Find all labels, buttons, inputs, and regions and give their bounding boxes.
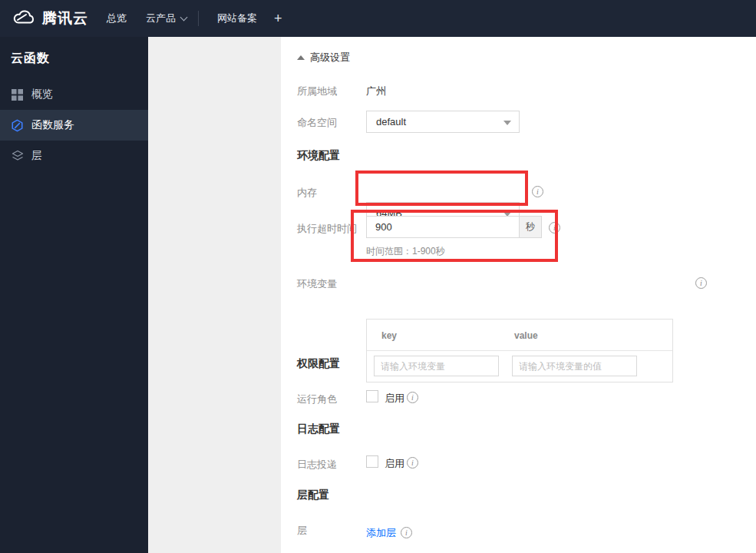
sidebar-item-label: 概览 — [31, 88, 53, 101]
permission-config-heading: 权限配置 — [297, 357, 340, 371]
caret-down-icon — [503, 121, 511, 125]
layer-label: 层 — [297, 524, 307, 538]
env-vars-table: key value — [366, 319, 673, 382]
run-role-label: 运行角色 — [297, 392, 337, 406]
memory-info-icon[interactable] — [532, 186, 543, 197]
nav-divider — [198, 11, 199, 26]
timeout-input[interactable] — [366, 216, 520, 238]
log-delivery-label: 日志投递 — [297, 458, 337, 472]
nav-overview[interactable]: 总览 — [107, 0, 127, 37]
secondary-panel — [148, 37, 281, 553]
sidebar-item-overview[interactable]: 概览 — [0, 79, 148, 110]
add-layer-link[interactable]: 添加层 — [366, 526, 396, 540]
sidebar-item-function-service[interactable]: 函数服务 — [0, 110, 148, 141]
log-delivery-enable-label: 启用 — [385, 457, 404, 471]
sidebar: 云函数 概览 函数服务 — [0, 37, 148, 553]
table-header-divider — [367, 350, 672, 351]
collapse-triangle-icon — [297, 55, 305, 60]
annotation-memory-highlight — [355, 171, 528, 206]
sidebar-item-layers[interactable]: 层 — [0, 141, 148, 171]
env-vars-label: 环境变量 — [297, 277, 337, 291]
namespace-select[interactable]: default — [366, 111, 520, 133]
advanced-settings-toggle[interactable]: 高级设置 — [297, 51, 350, 65]
namespace-label: 命名空间 — [297, 116, 337, 130]
env-vars-value-header: value — [514, 330, 538, 341]
timeout-info-icon[interactable] — [549, 222, 560, 233]
cloud-logo-icon — [12, 8, 36, 29]
env-vars-info-icon[interactable] — [695, 277, 707, 289]
run-role-info-icon[interactable] — [407, 392, 418, 403]
nav-cloud-products[interactable]: 云产品 — [146, 0, 187, 37]
nav-icp-filing[interactable]: 网站备案 — [217, 0, 257, 37]
nav-cloud-products-label: 云产品 — [146, 0, 176, 37]
sidebar-item-label: 层 — [31, 149, 42, 163]
memory-label: 内存 — [297, 186, 317, 200]
add-tab-button[interactable]: + — [274, 0, 282, 37]
sidebar-menu: 概览 函数服务 层 — [0, 79, 148, 171]
function-hexagon-icon — [11, 119, 24, 132]
layer-config-heading: 层配置 — [297, 488, 329, 502]
env-var-value-input[interactable] — [512, 356, 637, 376]
tencent-cloud-logo[interactable]: 腾讯云 — [12, 0, 88, 37]
log-delivery-info-icon[interactable] — [407, 457, 418, 469]
timeout-unit: 秒 — [519, 216, 542, 238]
env-vars-key-header: key — [381, 330, 397, 341]
grid-icon — [11, 88, 24, 101]
sidebar-title: 云函数 — [11, 51, 50, 67]
main-content: 高级设置 所属地域 广州 命名空间 default 环境配置 内存 64MB 执… — [281, 37, 756, 553]
log-config-heading: 日志配置 — [297, 422, 340, 436]
topbar: 腾讯云 总览 云产品 网站备案 + — [0, 0, 756, 37]
region-label: 所属地域 — [297, 84, 337, 98]
timeout-label: 执行超时时间 — [297, 222, 357, 236]
env-var-key-input[interactable] — [374, 356, 499, 376]
advanced-settings-label: 高级设置 — [310, 51, 350, 65]
timeout-input-group: 秒 — [366, 216, 542, 238]
namespace-selected-value: default — [376, 116, 406, 127]
brand-name: 腾讯云 — [42, 8, 88, 28]
run-role-enable-label: 启用 — [385, 392, 404, 406]
env-config-heading: 环境配置 — [297, 149, 340, 163]
log-delivery-enable-checkbox[interactable] — [366, 455, 378, 468]
sidebar-item-label: 函数服务 — [31, 118, 74, 132]
layers-icon — [11, 150, 24, 163]
add-layer-info-icon[interactable] — [401, 527, 412, 538]
timeout-range-hint: 时间范围：1-900秒 — [366, 245, 445, 258]
region-value: 广州 — [366, 84, 386, 98]
run-role-enable-checkbox[interactable] — [366, 390, 378, 402]
chevron-down-icon — [180, 14, 188, 22]
